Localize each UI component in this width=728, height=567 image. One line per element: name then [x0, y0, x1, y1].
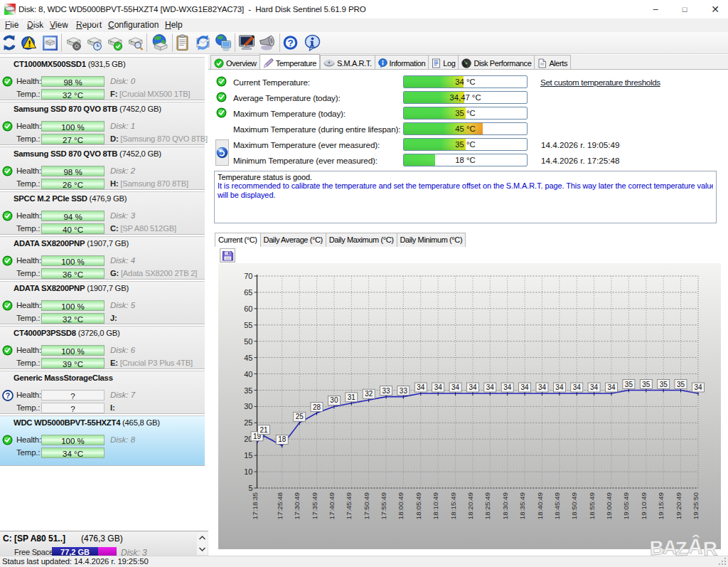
svg-text:R: R: [702, 538, 717, 561]
svg-text:19:20:49: 19:20:49: [675, 492, 682, 519]
svg-text:17:35:49: 17:35:49: [311, 492, 318, 519]
svg-text:?: ?: [287, 38, 293, 48]
svg-text:34: 34: [503, 383, 512, 391]
svg-text:45: 45: [244, 354, 252, 362]
svg-text:34: 34: [469, 383, 477, 391]
svg-text:34: 34: [694, 383, 702, 391]
svg-text:18:50:49: 18:50:49: [570, 492, 578, 519]
svg-text:18:25:49: 18:25:49: [483, 492, 491, 519]
svg-text:34: 34: [573, 383, 582, 391]
svg-text:17:45:49: 17:45:49: [345, 492, 353, 519]
svg-text:33: 33: [400, 387, 408, 395]
svg-text:35: 35: [625, 381, 633, 388]
svg-text:17:55:49: 17:55:49: [380, 492, 387, 519]
svg-text:17:30:49: 17:30:49: [293, 492, 301, 519]
svg-text:18:10:49: 18:10:49: [432, 492, 439, 519]
svg-text:18: 18: [278, 435, 287, 443]
svg-text:34: 34: [486, 383, 495, 391]
svg-text:17:40:49: 17:40:49: [328, 492, 336, 519]
svg-text:18:45:49: 18:45:49: [553, 492, 561, 519]
svg-text:34: 34: [434, 383, 443, 391]
svg-text:34: 34: [538, 383, 547, 391]
svg-text:35: 35: [660, 381, 668, 388]
svg-text:31: 31: [348, 393, 356, 401]
svg-text:30: 30: [244, 402, 252, 410]
svg-text:34: 34: [555, 383, 564, 391]
svg-text:34: 34: [451, 383, 460, 391]
svg-text:34: 34: [521, 383, 530, 391]
svg-text:35: 35: [642, 381, 651, 388]
svg-text:35: 35: [677, 381, 685, 388]
svg-text:18:15:49: 18:15:49: [449, 492, 457, 519]
svg-text:70: 70: [244, 272, 252, 280]
svg-text:34: 34: [590, 383, 599, 391]
svg-text:25: 25: [244, 418, 252, 427]
svg-text:18:55:49: 18:55:49: [588, 492, 596, 519]
svg-text:21: 21: [259, 426, 268, 434]
svg-text:15: 15: [244, 451, 252, 460]
svg-text:60: 60: [244, 304, 252, 313]
svg-text:55: 55: [244, 321, 252, 329]
svg-text:18:00:49: 18:00:49: [397, 492, 405, 519]
svg-text:19:00:49: 19:00:49: [605, 492, 613, 519]
svg-text:25: 25: [296, 413, 304, 420]
svg-text:17:18:35: 17:18:35: [251, 492, 259, 519]
svg-text:28: 28: [313, 403, 321, 411]
svg-text:10: 10: [244, 467, 252, 476]
svg-text:33: 33: [382, 387, 391, 395]
svg-text:30: 30: [330, 396, 338, 404]
svg-text:18:20:49: 18:20:49: [466, 492, 474, 519]
svg-text:50: 50: [244, 337, 252, 346]
svg-text:40: 40: [244, 370, 252, 378]
svg-text:18:40:49: 18:40:49: [536, 492, 544, 519]
svg-text:18:35:49: 18:35:49: [518, 492, 526, 519]
svg-text:19:05:49: 19:05:49: [622, 492, 630, 519]
svg-text:35: 35: [244, 386, 252, 395]
svg-text:Â: Â: [687, 534, 704, 558]
svg-text:32: 32: [365, 390, 373, 398]
svg-text:19:10:49: 19:10:49: [640, 492, 648, 519]
svg-text:18:05:49: 18:05:49: [414, 492, 422, 519]
svg-text:34: 34: [607, 383, 616, 391]
svg-text:Z: Z: [675, 538, 687, 561]
svg-text:18:30:49: 18:30:49: [501, 492, 509, 519]
svg-text:17:50:49: 17:50:49: [363, 492, 370, 519]
svg-text:65: 65: [244, 288, 252, 297]
svg-text:19:25:50: 19:25:50: [692, 492, 700, 519]
svg-text:34: 34: [417, 383, 425, 391]
svg-text:19:15:49: 19:15:49: [657, 492, 665, 519]
svg-text:17:25:48: 17:25:48: [276, 492, 284, 519]
svg-text:5: 5: [248, 484, 252, 492]
